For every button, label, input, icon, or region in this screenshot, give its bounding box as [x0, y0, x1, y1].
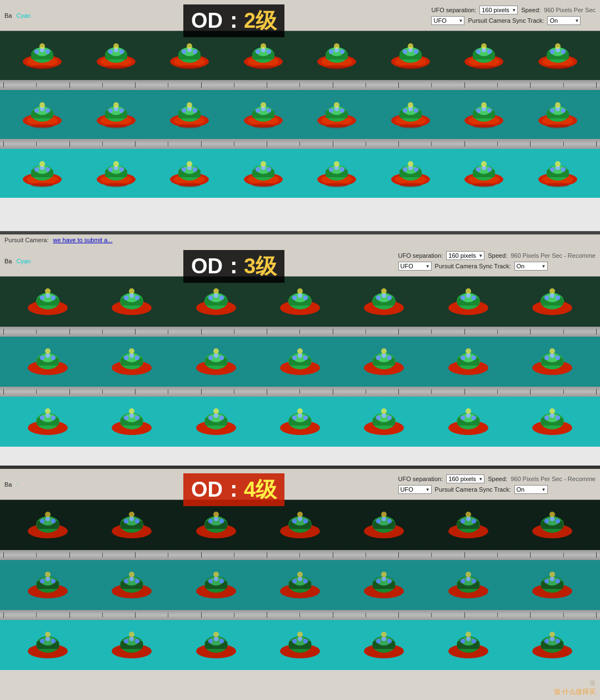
ufo-sep-select-2[interactable]: 160 pixels [446, 251, 484, 260]
svg-point-287 [466, 288, 471, 294]
svg-point-9 [39, 43, 45, 49]
tick [464, 141, 465, 147]
ufo-sprite [23, 286, 72, 318]
svg-point-219 [408, 161, 413, 167]
tick [366, 329, 366, 334]
svg-point-428 [208, 519, 213, 523]
svg-point-255 [129, 288, 134, 294]
svg-point-263 [213, 288, 219, 294]
ufo-sep-select-3[interactable]: 160 pixels [446, 474, 484, 483]
svg-point-47 [340, 49, 344, 54]
ui-bar-row5: UFO separation: 160 pixels Speed: 960 Pi… [398, 474, 596, 483]
svg-point-438 [303, 519, 308, 523]
pursuit-sync-wrapper-2[interactable]: On [514, 262, 548, 271]
svg-point-197 [267, 167, 271, 172]
svg-point-97 [119, 108, 124, 113]
tick [267, 612, 267, 618]
svg-point-68 [473, 65, 495, 69]
ufo-bg-select-1[interactable]: UFO [431, 16, 464, 25]
svg-point-89 [39, 102, 45, 108]
svg-point-137 [414, 108, 418, 113]
ufo-sprite [192, 286, 241, 318]
ufo-bg-wrapper-2[interactable]: UFO [398, 262, 432, 271]
tick [267, 141, 267, 147]
svg-point-326 [303, 356, 308, 360]
svg-point-487 [213, 572, 219, 577]
svg-point-38 [252, 65, 274, 69]
svg-point-115 [256, 108, 260, 113]
ufo-bg-wrapper-1[interactable]: UFO [431, 16, 464, 25]
tick [431, 329, 432, 334]
ufo-bg-select-3[interactable]: UFO [398, 485, 432, 494]
tick [234, 389, 234, 394]
svg-point-534 [135, 639, 139, 643]
ufo-bg-wrapper-3[interactable]: UFO [398, 485, 432, 494]
ufo-sprite [107, 509, 156, 541]
svg-point-55 [403, 49, 407, 54]
svg-point-533 [129, 637, 134, 641]
svg-point-17 [119, 49, 124, 54]
tick-strip-6 [0, 610, 600, 620]
s2-strip1 [0, 277, 600, 327]
ufo-sprite [444, 346, 493, 378]
ufo-sprite [23, 346, 72, 378]
tick [563, 83, 564, 87]
tick [168, 553, 168, 557]
s2-strip2 [0, 337, 600, 387]
svg-point-95 [108, 108, 113, 113]
svg-point-359 [45, 408, 51, 414]
svg-point-59 [408, 43, 413, 49]
tick [333, 329, 333, 334]
tick [497, 553, 498, 557]
tick [333, 82, 333, 88]
pursuit-sync-select-1[interactable]: On [547, 16, 581, 25]
svg-point-548 [292, 639, 297, 643]
svg-point-25 [182, 49, 186, 54]
tick [3, 389, 4, 394]
svg-point-195 [256, 167, 260, 172]
tick [102, 329, 103, 334]
svg-point-88 [31, 124, 53, 128]
svg-point-158 [547, 124, 569, 128]
svg-point-373 [214, 413, 218, 418]
svg-point-526 [51, 639, 56, 643]
tick [201, 82, 202, 88]
tick-strip-5 [0, 550, 600, 560]
pursuit-sync-wrapper-3[interactable]: On [514, 485, 548, 494]
svg-point-349 [550, 353, 554, 358]
tick [398, 552, 399, 558]
ufo-sprite [536, 41, 580, 71]
ufo-sep-wrapper-3[interactable]: 160 pixels [446, 474, 484, 483]
svg-point-29 [187, 43, 192, 49]
ufo-sprite [528, 569, 577, 601]
pursuit-sync-select-3[interactable]: On [514, 485, 548, 494]
tick [234, 142, 234, 146]
svg-point-252 [124, 296, 128, 300]
svg-point-293 [550, 293, 554, 298]
ufo-sep-wrapper-2[interactable]: 160 pixels [446, 251, 484, 260]
tick [135, 82, 136, 88]
pursuit-sync-wrapper-1[interactable]: On [547, 16, 581, 25]
svg-point-396 [461, 416, 465, 420]
svg-point-35 [256, 49, 260, 54]
pursuit-sync-select-2[interactable]: On [514, 262, 548, 271]
svg-point-187 [193, 167, 197, 172]
ufo-sprite [444, 286, 493, 318]
svg-point-247 [45, 288, 51, 294]
svg-point-286 [472, 296, 476, 300]
ufo-sep-select-wrapper-1[interactable]: 160 pixels [479, 6, 518, 14]
svg-point-351 [549, 348, 555, 354]
svg-point-309 [129, 353, 134, 358]
tick [464, 552, 465, 558]
svg-point-366 [135, 416, 139, 420]
tick [431, 613, 432, 617]
svg-point-469 [46, 577, 50, 581]
tick [168, 142, 168, 146]
ufo-bg-select-2[interactable]: UFO [398, 262, 432, 271]
ui-bar-right-3: UFO separation: 160 pixels Speed: 960 Pi… [398, 474, 596, 494]
ufo-sprite [388, 158, 433, 189]
svg-point-5 [34, 49, 39, 54]
tick [201, 141, 202, 147]
svg-point-350 [556, 356, 560, 360]
ufo-sep-select-1[interactable]: 160 pixels [479, 6, 518, 14]
